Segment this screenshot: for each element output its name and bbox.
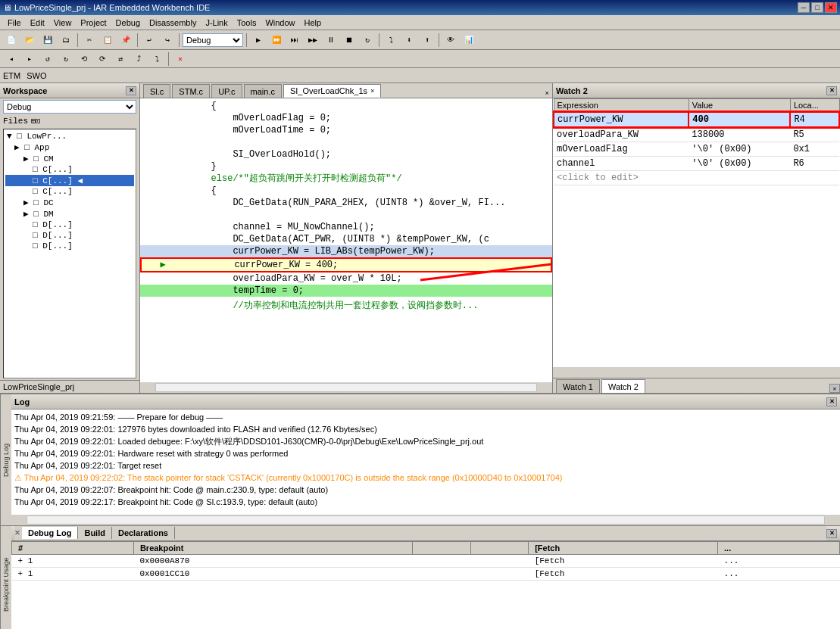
watch-row-overload[interactable]: overloadPara_KW 138000 R5 xyxy=(554,127,839,142)
watch-btn[interactable]: 👁 xyxy=(442,33,459,48)
tab-up[interactable]: UP.c xyxy=(211,84,242,98)
undo-btn[interactable]: ↩ xyxy=(141,33,158,48)
tb2-btn3[interactable]: ↺ xyxy=(39,51,56,67)
new-btn[interactable]: 📄 xyxy=(3,33,20,48)
tab-sioverload[interactable]: SI_OverLoadChk_1s × xyxy=(283,84,381,98)
tree-item-c1[interactable]: □ C[...] xyxy=(5,164,134,175)
debug-btn5[interactable]: ⏸ xyxy=(323,33,339,48)
bp-tab-declarations[interactable]: Declarations xyxy=(112,527,175,539)
watch-val-3: '\0' (0x00) xyxy=(689,142,790,157)
save-btn[interactable]: 💾 xyxy=(39,33,56,48)
tb2-btn2[interactable]: ▸ xyxy=(21,51,38,67)
menu-item-window[interactable]: Window xyxy=(261,17,299,29)
editor-close[interactable]: × xyxy=(542,90,552,98)
tb2-cancel[interactable]: ✕ xyxy=(172,51,189,67)
debug-btn6[interactable]: ⏹ xyxy=(341,33,358,48)
tb2-btn4[interactable]: ↻ xyxy=(58,51,74,67)
paste-btn[interactable]: 📌 xyxy=(117,33,134,48)
tree-item-d3[interactable]: □ D[...] xyxy=(5,241,134,251)
watch-row-flag[interactable]: mOverLoadFlag '\0' (0x00) 0x1 xyxy=(554,142,839,157)
open-btn[interactable]: 📂 xyxy=(21,33,38,48)
tb2-btn6[interactable]: ⟳ xyxy=(94,51,111,67)
watch-tab-2[interactable]: Watch 2 xyxy=(601,379,645,393)
log-content[interactable]: Thu Apr 04, 2019 09:21:59: —— Prepare fo… xyxy=(11,409,840,515)
step-out[interactable]: ⬆ xyxy=(419,33,436,48)
menu-item-j-link[interactable]: J-Link xyxy=(201,17,232,29)
tree-item-d2[interactable]: □ D[...] xyxy=(5,230,134,241)
debug-btn1[interactable]: ▶ xyxy=(250,33,267,48)
debug-btn2[interactable]: ⏩ xyxy=(268,33,285,48)
minimize-button[interactable]: ─ xyxy=(798,2,810,13)
tree-item-c3[interactable]: □ C[...] xyxy=(5,186,134,197)
bp-row-2[interactable]: + 1 0x0001CC10 [Fetch ... xyxy=(12,568,840,581)
copy-btn[interactable]: 📋 xyxy=(99,33,116,48)
log-scrollbar-x[interactable] xyxy=(11,515,840,525)
watch-row-curr[interactable]: currPower_KW 400 R4 xyxy=(554,112,839,127)
tab-close-icon[interactable]: × xyxy=(370,87,374,95)
menu-item-tools[interactable]: Tools xyxy=(233,17,261,29)
tb2-btn9[interactable]: ⤵ xyxy=(148,51,165,67)
bp-close[interactable]: ✕ xyxy=(826,529,837,538)
code-content[interactable]: { mOverLoadFlag = 0; mOverLoadTime = 0; xyxy=(140,98,552,382)
watch-panel-close[interactable]: ✕ xyxy=(829,384,840,393)
redo-btn[interactable]: ↪ xyxy=(159,33,176,48)
close-button[interactable]: ✕ xyxy=(825,2,837,13)
workspace-config[interactable]: Debug xyxy=(3,100,136,114)
files-icons: ⊞⊡ xyxy=(31,117,40,126)
bp-tab-build[interactable]: Build xyxy=(78,527,112,539)
tab-main[interactable]: main.c xyxy=(244,84,282,98)
tab-sl[interactable]: Sl.c xyxy=(143,84,170,98)
tree-item-cm[interactable]: ▶ □ CM xyxy=(5,153,134,164)
log-line-5: Thu Apr 04, 2019 09:22:01: Target reset xyxy=(14,459,837,472)
bp-content[interactable]: # Breakpoint [Fetch ... + 1 0x xyxy=(11,541,840,629)
bp-tab-bar: ✕ Debug Log Build Declarations xyxy=(14,526,826,541)
bp-header: ✕ Debug Log Build Declarations ✕ xyxy=(11,526,840,541)
menu-item-disassembly[interactable]: Disassembly xyxy=(145,17,201,29)
watch-tab-1[interactable]: Watch 1 xyxy=(556,379,600,393)
tb2-btn5[interactable]: ⟲ xyxy=(76,51,92,67)
menu-item-project[interactable]: Project xyxy=(76,17,111,29)
log-close[interactable]: ✕ xyxy=(826,397,837,406)
maximize-button[interactable]: □ xyxy=(811,2,823,13)
watch-col-loc: Loca... xyxy=(790,99,839,113)
workspace-close[interactable]: ✕ xyxy=(126,86,136,95)
debug-btn4[interactable]: ▶▶ xyxy=(304,33,321,48)
menu-item-file[interactable]: File xyxy=(3,17,26,29)
tree-item-c2[interactable]: □ C[...] ◀ xyxy=(5,175,134,186)
current-code-line: ▶ currPower_KW = 400; xyxy=(140,257,552,272)
menu-item-help[interactable]: Help xyxy=(300,17,326,29)
save-all-btn[interactable]: 🗂 xyxy=(58,33,74,48)
watch-col-val: Value xyxy=(689,99,790,113)
step-into[interactable]: ⬇ xyxy=(401,33,417,48)
debug-log-side-label: Debug Log xyxy=(0,394,11,525)
tree-item-dm[interactable]: ▶ □ DM xyxy=(5,208,134,220)
config-select[interactable]: Debug xyxy=(183,33,243,47)
debug-btn3[interactable]: ⏭ xyxy=(286,33,303,48)
step-over[interactable]: ⤵ xyxy=(383,33,399,48)
watch-close[interactable]: ✕ xyxy=(826,86,837,95)
cut-btn[interactable]: ✂ xyxy=(81,33,98,48)
tb2-btn8[interactable]: ⤴ xyxy=(130,51,147,67)
tree-item-d1[interactable]: □ D[...] xyxy=(5,220,134,230)
menu-item-view[interactable]: View xyxy=(49,17,77,29)
watch-row-channel[interactable]: channel '\0' (0x00) R6 xyxy=(554,157,839,171)
code-scrollbar-x[interactable] xyxy=(140,382,552,393)
reg-btn[interactable]: 📊 xyxy=(461,33,477,48)
code-line: { xyxy=(140,100,552,112)
bp-tab-debuglog[interactable]: Debug Log xyxy=(22,527,78,539)
tree-item-app[interactable]: ▶ □ App xyxy=(5,142,134,153)
watch-row-edit[interactable]: <click to edit> xyxy=(554,171,839,185)
tree-item-lowpr[interactable]: ▼ □ LowPr... xyxy=(5,131,134,142)
watch-expr-2: overloadPara_KW xyxy=(554,127,689,142)
tb2-btn1[interactable]: ◂ xyxy=(3,51,20,67)
watch-loc-1: R4 xyxy=(790,112,839,127)
menu-item-debug[interactable]: Debug xyxy=(111,17,145,29)
tab-stm[interactable]: STM.c xyxy=(172,84,210,98)
bp-row-1[interactable]: + 1 0x0000A870 [Fetch ... xyxy=(12,555,840,568)
tb2-btn7[interactable]: ⇄ xyxy=(112,51,129,67)
watch-scrollbar-x[interactable] xyxy=(553,367,840,378)
tree-item-dc[interactable]: ▶ □ DC xyxy=(5,197,134,208)
debug-btn7[interactable]: ↻ xyxy=(359,33,376,48)
menu-item-edit[interactable]: Edit xyxy=(26,17,49,29)
watch-val-edit xyxy=(689,171,790,185)
